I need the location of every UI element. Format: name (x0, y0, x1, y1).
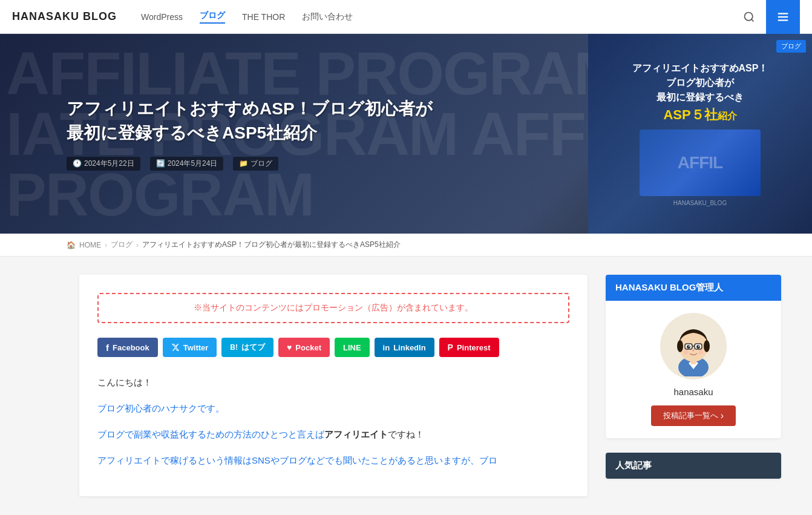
clock-icon: 🕐 (73, 159, 82, 168)
header-actions (732, 0, 800, 34)
share-pinterest-button[interactable]: P Pinterest (439, 338, 499, 357)
svg-point-21 (684, 350, 689, 355)
popular-articles-card: 人気記事 (606, 453, 781, 479)
nav-blog[interactable]: ブログ (200, 10, 225, 24)
hero-updated-date: 🔄 2024年5月24日 (150, 157, 224, 171)
breadcrumb-sep-1: › (105, 241, 107, 249)
share-hatena-button[interactable]: B! はてブ (221, 338, 273, 357)
hero-category: 📁 ブログ (233, 157, 278, 171)
nav-contact[interactable]: お問い合わせ (302, 11, 353, 22)
popular-articles-header: 人気記事 (606, 453, 781, 479)
author-card-body: hanasaku 投稿記事一覧へ › (606, 301, 781, 438)
breadcrumb-home-link[interactable]: HOME (79, 241, 101, 249)
hero-content: アフィリエイトおすすめASP！ブログ初心者が最初に登録するべきASP5社紹介 🕐… (0, 79, 812, 188)
breadcrumb: 🏠 HOME › ブログ › アフィリエイトおすすめASP！ブログ初心者が最初に… (0, 234, 812, 257)
hero-section: AFFILIATE PROGRAM AFFILIATE PROGRAM AFFI… (0, 34, 812, 234)
arrow-icon: › (721, 410, 724, 421)
svg-point-14 (696, 345, 700, 349)
thumb-badge: ブログ (776, 40, 806, 53)
sidebar: HANASAKU BLOG管理人 (606, 275, 781, 496)
breadcrumb-blog-link[interactable]: ブログ (111, 240, 133, 250)
svg-point-15 (689, 346, 690, 347)
twitter-icon (171, 343, 180, 352)
article-area: ※当サイトのコンテンツにはプロモーション（広告）が含まれています。 f Face… (79, 275, 588, 496)
author-card-header: HANASAKU BLOG管理人 (606, 275, 781, 301)
thumb-watermark: HANASAKU_BLOG (673, 200, 727, 206)
main-layout: ※当サイトのコンテンツにはプロモーション（広告）が含まれています。 f Face… (13, 275, 799, 496)
share-pocket-button[interactable]: ♥ Pocket (278, 338, 330, 357)
linkedin-icon: in (383, 343, 390, 352)
hero-created-date: 🕐 2024年5月22日 (67, 157, 140, 171)
breadcrumb-sep-2: › (136, 241, 139, 249)
main-nav: WordPress ブログ THE THOR お問い合わせ (141, 10, 732, 24)
profile-link-button[interactable]: 投稿記事一覧へ › (651, 405, 736, 426)
article-para-2: ブログ初心者のハナサクです。 (97, 400, 569, 416)
author-name: hanasaku (673, 387, 713, 397)
nav-wordpress[interactable]: WordPress (141, 12, 183, 22)
hero-title: アフィリエイトおすすめASP！ブログ初心者が最初に登録するべきASP5社紹介 (67, 97, 442, 144)
article-para-3: ブログで副業や収益化するための方法のひとつと言えばアフィリエイトですね！ (97, 426, 569, 442)
svg-point-9 (677, 340, 683, 352)
promo-notice: ※当サイトのコンテンツにはプロモーション（広告）が含まれています。 (97, 293, 569, 323)
article-body: こんにちは！ ブログ初心者のハナサクです。 ブログで副業や収益化するための方法の… (97, 374, 569, 468)
update-icon: 🔄 (156, 159, 165, 168)
line-icon: LINE (343, 343, 361, 352)
svg-point-10 (704, 340, 710, 352)
share-linkedin-button[interactable]: in LinkedIn (375, 338, 434, 357)
share-buttons-container: f Facebook Twitter B! はてブ ♥ Pocket (97, 338, 569, 357)
pinterest-icon: P (448, 343, 453, 352)
article-card: ※当サイトのコンテンツにはプロモーション（広告）が含まれています。 f Face… (79, 275, 588, 496)
pocket-icon: ♥ (287, 343, 292, 352)
avatar (660, 313, 727, 379)
svg-point-13 (687, 345, 690, 349)
facebook-icon: f (106, 343, 109, 353)
author-card: HANASAKU BLOG管理人 (606, 275, 781, 438)
article-para-1: こんにちは！ (97, 374, 569, 390)
hamburger-menu-button[interactable] (766, 0, 800, 34)
svg-point-16 (698, 346, 699, 347)
svg-point-20 (692, 350, 695, 352)
article-para-4: アフィリエイトで稼げるという情報はSNSやブログなどでも聞いたことがあると思いま… (97, 452, 569, 468)
hatena-icon: B! (230, 343, 238, 352)
svg-point-22 (698, 350, 703, 355)
svg-point-0 (745, 12, 753, 20)
folder-icon: 📁 (239, 159, 248, 168)
site-logo[interactable]: HANASAKU BLOG (12, 10, 117, 23)
share-line-button[interactable]: LINE (335, 338, 370, 357)
svg-line-1 (751, 19, 754, 21)
share-facebook-button[interactable]: f Facebook (97, 338, 158, 357)
search-button[interactable] (732, 0, 766, 34)
hero-meta: 🕐 2024年5月22日 🔄 2024年5月24日 📁 ブログ (67, 157, 794, 171)
home-icon: 🏠 (67, 241, 76, 249)
header: HANASAKU BLOG WordPress ブログ THE THOR お問い… (0, 0, 812, 34)
breadcrumb-current: アフィリエイトおすすめASP！ブログ初心者が最初に登録するべきASP5社紹介 (142, 240, 401, 250)
share-twitter-button[interactable]: Twitter (163, 338, 217, 357)
nav-thor[interactable]: THE THOR (242, 12, 285, 22)
